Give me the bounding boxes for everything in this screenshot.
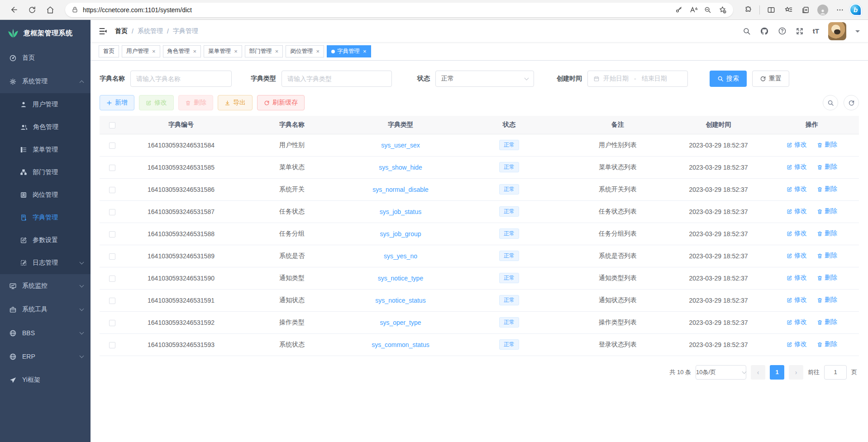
row-edit-button[interactable]: 修改 xyxy=(787,296,807,304)
row-delete-button[interactable]: 删除 xyxy=(817,229,837,238)
dict-type-link[interactable]: sys_normal_disable xyxy=(372,186,429,193)
row-edit-button[interactable]: 修改 xyxy=(787,274,807,282)
sidebar-item-home[interactable]: 首页 xyxy=(0,46,91,70)
help-icon[interactable] xyxy=(778,27,787,35)
view-tab[interactable]: 岗位管理 × xyxy=(286,45,324,57)
browser-menu-icon[interactable] xyxy=(832,2,848,18)
refresh-cache-button[interactable]: 刷新缓存 xyxy=(257,95,305,110)
current-page-button[interactable]: 1 xyxy=(770,365,784,380)
fullscreen-icon[interactable] xyxy=(796,27,804,35)
edit-button[interactable]: 修改 xyxy=(139,95,174,110)
row-checkbox[interactable] xyxy=(109,298,115,304)
sidebar-item-menu-mgmt[interactable]: 菜单管理 xyxy=(0,138,91,161)
reset-button[interactable]: 重置 xyxy=(752,71,789,87)
dict-type-link[interactable]: sys_job_status xyxy=(380,208,422,215)
table-row[interactable]: 1641030593246531586 系统开关 sys_normal_disa… xyxy=(100,178,859,200)
split-screen-icon[interactable] xyxy=(763,2,779,18)
row-delete-button[interactable]: 删除 xyxy=(817,296,837,304)
address-bar[interactable]: https://ccnetcore.com:1101/system/dict xyxy=(65,3,733,17)
row-checkbox[interactable] xyxy=(109,253,115,260)
row-checkbox[interactable] xyxy=(109,231,115,238)
row-edit-button[interactable]: 修改 xyxy=(787,207,807,215)
tab-close-icon[interactable]: × xyxy=(193,48,197,55)
browser-home-button[interactable] xyxy=(43,2,58,18)
password-key-icon[interactable] xyxy=(672,4,685,16)
row-edit-button[interactable]: 修改 xyxy=(787,163,807,171)
row-checkbox[interactable] xyxy=(109,320,115,326)
add-favorite-star-icon[interactable] xyxy=(716,4,729,16)
view-tab[interactable]: 字典管理 × xyxy=(327,45,371,57)
export-button[interactable]: 导出 xyxy=(218,95,253,110)
sidebar-item-param-settings[interactable]: 参数设置 xyxy=(0,229,91,252)
dict-type-link[interactable]: sys_common_status xyxy=(372,341,429,348)
row-delete-button[interactable]: 删除 xyxy=(817,141,837,149)
dict-name-input[interactable] xyxy=(136,75,226,82)
table-row[interactable]: 1641030593246531584 用户性别 sys_user_sex 正常… xyxy=(100,134,859,156)
sidebar-item-log-mgmt[interactable]: 日志管理 xyxy=(0,252,91,274)
row-checkbox[interactable] xyxy=(109,165,115,171)
sidebar-item-system[interactable]: 系统管理 xyxy=(0,70,91,93)
table-row[interactable]: 1641030593246531592 操作类型 sys_oper_type 正… xyxy=(100,311,859,333)
view-tab[interactable]: 角色管理 × xyxy=(163,45,201,57)
view-tab[interactable]: 首页 xyxy=(99,45,119,57)
tab-close-icon[interactable]: × xyxy=(275,48,279,55)
table-row[interactable]: 1641030593246531585 菜单状态 sys_show_hide 正… xyxy=(100,156,859,178)
add-button[interactable]: 新增 xyxy=(100,95,134,110)
sidebar-fold-icon[interactable] xyxy=(99,27,108,36)
row-delete-button[interactable]: 删除 xyxy=(817,340,837,348)
dict-type-link[interactable]: sys_user_sex xyxy=(381,142,420,149)
dict-type-link[interactable]: sys_job_group xyxy=(380,230,421,238)
extensions-icon[interactable] xyxy=(740,2,756,18)
bing-chat-icon[interactable]: b xyxy=(849,4,862,16)
row-delete-button[interactable]: 删除 xyxy=(817,163,837,171)
next-page-button[interactable]: › xyxy=(789,365,803,380)
tab-close-icon[interactable]: × xyxy=(316,48,320,55)
page-size-select[interactable]: 10条/页 xyxy=(696,365,746,380)
sidebar-item-yi-framework[interactable]: Yi框架 xyxy=(0,368,91,392)
row-delete-button[interactable]: 删除 xyxy=(817,185,837,193)
goto-page-input[interactable] xyxy=(824,365,847,380)
row-delete-button[interactable]: 删除 xyxy=(817,318,837,326)
sidebar-item-role-mgmt[interactable]: 角色管理 xyxy=(0,116,91,138)
table-row[interactable]: 1641030593246531588 任务分组 sys_job_group 正… xyxy=(100,223,859,245)
view-tab[interactable]: 部门管理 × xyxy=(245,45,283,57)
view-tab[interactable]: 菜单管理 × xyxy=(204,45,242,57)
row-checkbox[interactable] xyxy=(109,276,115,282)
table-row[interactable]: 1641030593246531589 系统是否 sys_yes_no 正常 系… xyxy=(100,245,859,267)
dict-type-link[interactable]: sys_yes_no xyxy=(384,252,417,260)
avatar-caret-icon[interactable] xyxy=(855,30,860,35)
zoom-out-icon[interactable] xyxy=(701,4,714,16)
table-row[interactable]: 1641030593246531590 通知类型 sys_notice_type… xyxy=(100,267,859,289)
tab-close-icon[interactable]: × xyxy=(234,48,238,55)
tab-close-icon[interactable]: × xyxy=(152,48,156,55)
table-search-toggle-button[interactable] xyxy=(823,95,838,110)
sidebar-item-monitor[interactable]: 系统监控 xyxy=(0,274,91,298)
user-avatar[interactable] xyxy=(828,22,846,40)
dict-type-link[interactable]: sys_oper_type xyxy=(380,319,421,326)
row-checkbox[interactable] xyxy=(109,209,115,215)
row-edit-button[interactable]: 修改 xyxy=(787,141,807,149)
tab-close-icon[interactable]: × xyxy=(363,48,367,55)
table-refresh-button[interactable] xyxy=(844,95,859,110)
url-text[interactable]: https://ccnetcore.com:1101/system/dict xyxy=(83,6,672,14)
browser-back-button[interactable] xyxy=(6,2,22,18)
delete-button[interactable]: 删除 xyxy=(178,95,213,110)
row-checkbox[interactable] xyxy=(109,187,115,193)
search-button[interactable]: 搜索 xyxy=(710,71,747,87)
collections-icon[interactable] xyxy=(798,2,813,18)
read-aloud-icon[interactable] xyxy=(687,4,700,16)
breadcrumb-home[interactable]: 首页 xyxy=(115,27,128,35)
app-logo[interactable]: 意框架管理系统 xyxy=(0,20,91,46)
row-checkbox[interactable] xyxy=(109,143,115,149)
dict-type-input[interactable] xyxy=(287,75,386,82)
sidebar-item-bbs[interactable]: BBS xyxy=(0,321,91,345)
select-all-checkbox[interactable] xyxy=(109,122,115,128)
row-delete-button[interactable]: 删除 xyxy=(817,207,837,215)
row-edit-button[interactable]: 修改 xyxy=(787,252,807,260)
dict-type-link[interactable]: sys_show_hide xyxy=(379,164,422,171)
sidebar-item-tools[interactable]: 系统工具 xyxy=(0,298,91,321)
sidebar-item-dept-mgmt[interactable]: 部门管理 xyxy=(0,161,91,184)
sidebar-item-erp[interactable]: ERP xyxy=(0,345,91,368)
browser-refresh-button[interactable] xyxy=(24,2,40,18)
row-delete-button[interactable]: 删除 xyxy=(817,274,837,282)
